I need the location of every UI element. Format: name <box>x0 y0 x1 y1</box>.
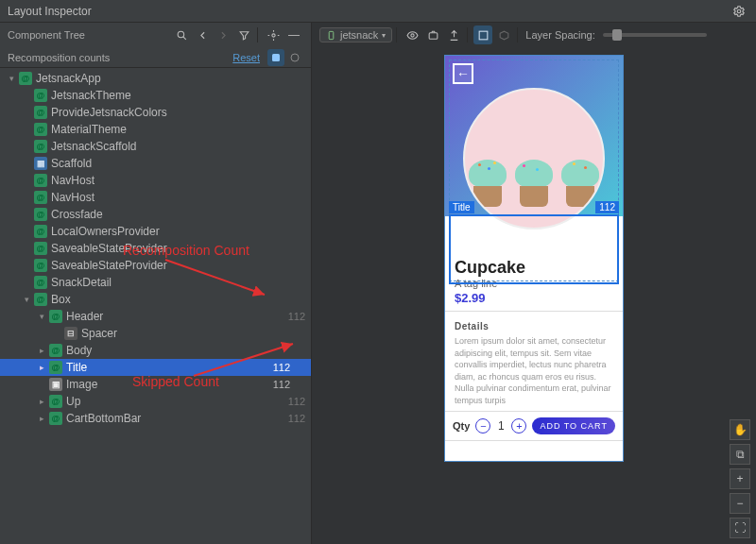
pan-tool-icon[interactable]: ✋ <box>730 419 750 440</box>
skip-count-tab-icon[interactable] <box>286 49 303 66</box>
node-label: NavHost <box>51 191 305 204</box>
recomposition-counts-label: Recomposition counts <box>8 52 110 63</box>
tree-row[interactable]: ▾@JetsnackApp <box>0 70 311 87</box>
node-label: Box <box>51 293 305 306</box>
compose-node-icon: @ <box>34 123 47 136</box>
tree-row[interactable]: ▸@Up112 <box>0 393 311 410</box>
node-label: JetsnackApp <box>36 72 305 85</box>
node-label: Header <box>66 310 252 323</box>
node-label: SnackDetail <box>51 276 305 289</box>
twisty-icon[interactable]: ▾ <box>6 74 17 83</box>
tree-row[interactable]: ▸@Body <box>0 342 311 359</box>
back-icon[interactable] <box>193 26 212 44</box>
compose-node-icon: @ <box>19 72 32 85</box>
selected-bounds-overlay <box>449 214 619 284</box>
svg-rect-4 <box>272 54 280 61</box>
node-label: ProvideJetsnackColors <box>51 106 305 119</box>
compose-node-icon: @ <box>34 276 47 289</box>
tree-row[interactable]: @SaveableStateProvider <box>0 257 311 274</box>
layer-spacing-slider[interactable] <box>603 33 707 37</box>
reset-counts-link[interactable]: Reset <box>232 52 260 63</box>
twisty-icon[interactable]: ▸ <box>36 397 47 406</box>
live-updates-icon[interactable] <box>403 26 421 44</box>
svg-point-3 <box>271 33 274 36</box>
tree-row[interactable]: ⊟Spacer <box>0 325 311 342</box>
compose-node-icon: @ <box>34 140 47 153</box>
tree-row[interactable]: @MaterialTheme <box>0 121 311 138</box>
compose-node-icon: @ <box>34 242 47 255</box>
mode-3d-icon[interactable] <box>494 26 513 44</box>
skipped-count: 112 <box>288 311 305 322</box>
snack-price: $2.99 <box>455 291 613 305</box>
tree-row[interactable]: ▣Image112 <box>0 376 311 393</box>
search-icon[interactable] <box>172 26 191 44</box>
qty-label: Qty <box>453 420 470 432</box>
twisty-icon[interactable]: ▸ <box>36 363 47 372</box>
node-label: Image <box>66 378 252 391</box>
tree-row[interactable]: @LocalOwnersProvider <box>0 223 311 240</box>
svg-rect-9 <box>479 31 488 40</box>
zoom-out-icon[interactable]: − <box>730 493 750 514</box>
forward-icon[interactable] <box>214 26 232 44</box>
node-label: Up <box>66 395 252 408</box>
layers-tool-icon[interactable]: ⧉ <box>730 444 750 465</box>
tree-row[interactable]: @Crossfade <box>0 206 311 223</box>
tree-row[interactable]: ▾@Box <box>0 291 311 308</box>
svg-point-0 <box>737 9 741 13</box>
component-tree[interactable]: ▾@JetsnackApp@JetsnackTheme@ProvideJetsn… <box>0 68 311 544</box>
layout-preview-viewport[interactable]: ← Cupcake A tag line $2.9 <box>312 47 756 544</box>
twisty-icon[interactable]: ▾ <box>21 295 32 304</box>
zoom-in-icon[interactable]: + <box>730 468 750 489</box>
tree-row[interactable]: ▾@Header112 <box>0 308 311 325</box>
tree-row[interactable]: @NavHost <box>0 172 311 189</box>
tree-row[interactable]: @NavHost <box>0 189 311 206</box>
device-label: jetsnack <box>340 29 378 41</box>
export-icon[interactable] <box>444 26 463 44</box>
tree-row[interactable]: @SaveableStateProvider <box>0 240 311 257</box>
twisty-icon[interactable]: ▸ <box>36 346 47 355</box>
node-label: Body <box>66 344 305 357</box>
tree-row[interactable]: ▦Scaffold <box>0 155 311 172</box>
compose-node-icon: @ <box>49 361 62 374</box>
tree-row[interactable]: @JetsnackTheme <box>0 87 311 104</box>
node-label: NavHost <box>51 174 305 187</box>
qty-value: 1 <box>496 419 506 433</box>
node-label: MaterialTheme <box>51 123 305 136</box>
device-selector[interactable]: jetsnack ▾ <box>319 27 392 42</box>
layout-node-icon: ▦ <box>34 157 47 170</box>
node-label: JetsnackScaffold <box>51 140 305 153</box>
view-options-icon[interactable] <box>264 26 283 44</box>
filter-icon[interactable] <box>234 26 253 44</box>
component-tree-label: Component Tree <box>8 29 170 41</box>
compose-node-icon: @ <box>34 208 47 221</box>
recomp-count-tab-icon[interactable] <box>267 49 284 66</box>
compose-node-icon: @ <box>49 395 62 408</box>
hide-panel-icon[interactable]: — <box>284 26 303 44</box>
details-body: Lorem ipsum dolor sit amet, consectetur … <box>455 335 613 407</box>
selection-count-chip: 112 <box>595 201 619 213</box>
tree-row[interactable]: @ProvideJetsnackColors <box>0 104 311 121</box>
node-label: SaveableStateProvider <box>51 259 305 272</box>
twisty-icon[interactable]: ▾ <box>36 312 47 321</box>
svg-rect-8 <box>429 32 438 39</box>
tree-row[interactable]: ▸@Title112 <box>0 359 311 376</box>
device-preview: ← Cupcake A tag line $2.9 <box>444 55 624 462</box>
capture-icon[interactable] <box>423 26 442 44</box>
compose-node-icon: @ <box>49 310 62 323</box>
mode-2d-icon[interactable] <box>473 26 492 44</box>
node-label: Spacer <box>81 327 305 340</box>
tree-row[interactable]: @JetsnackScaffold <box>0 138 311 155</box>
compose-node-icon: @ <box>49 344 62 357</box>
tree-row[interactable]: @SnackDetail <box>0 274 311 291</box>
settings-gear-icon[interactable] <box>730 2 748 21</box>
zoom-fit-icon[interactable]: ⛶ <box>730 518 750 538</box>
twisty-icon[interactable]: ▸ <box>36 414 47 423</box>
svg-line-2 <box>182 36 185 39</box>
window-title: Layout Inspector <box>8 5 92 18</box>
compose-node-icon: @ <box>34 259 47 272</box>
image-node-icon: ▣ <box>49 378 62 391</box>
compose-node-icon: @ <box>34 225 47 238</box>
tree-row[interactable]: ▸@CartBottomBar112 <box>0 410 311 427</box>
skipped-count: 112 <box>288 396 305 407</box>
compose-node-icon: @ <box>34 106 47 119</box>
